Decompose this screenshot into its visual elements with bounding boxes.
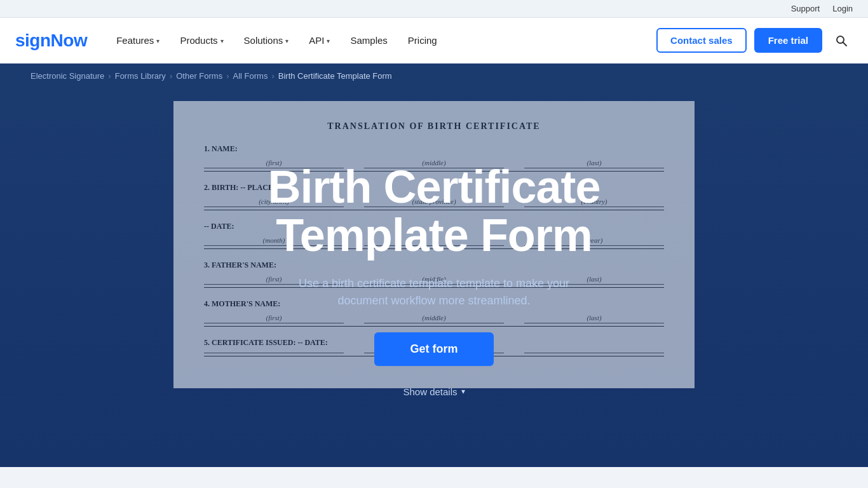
breadcrumb-sep: ›: [170, 71, 172, 81]
breadcrumb-other-forms[interactable]: Other Forms: [176, 71, 222, 81]
nav-items: Features ▾ Products ▾ Solutions ▾ API ▾ …: [107, 30, 656, 51]
chevron-down-icon: ▾: [220, 37, 224, 44]
hero-section: TRANSLATION OF BIRTH CERTIFICATE 1. NAME…: [0, 88, 868, 467]
breadcrumb-forms-library[interactable]: Forms Library: [115, 71, 166, 81]
nav-actions: Contact sales Free trial: [656, 28, 853, 53]
breadcrumb-sep: ›: [108, 71, 111, 81]
nav-item-products[interactable]: Products ▾: [171, 30, 232, 51]
hero-content: Birth Certificate Template Form Use a bi…: [193, 88, 675, 467]
main-nav: signNow Features ▾ Products ▾ Solutions …: [0, 18, 868, 64]
chevron-down-icon: ▾: [285, 37, 288, 44]
nav-item-solutions[interactable]: Solutions ▾: [235, 30, 298, 51]
hero-subtitle: Use a birth certificate template templat…: [275, 275, 593, 309]
logo[interactable]: signNow: [15, 30, 87, 51]
free-trial-button[interactable]: Free trial: [754, 28, 822, 53]
nav-item-api[interactable]: API ▾: [300, 30, 339, 51]
svg-line-1: [843, 42, 847, 46]
breadcrumb-electronic-signature[interactable]: Electronic Signature: [31, 71, 104, 81]
search-button[interactable]: [830, 29, 853, 52]
top-bar: Support Login: [0, 0, 868, 18]
chevron-down-icon: ▾: [156, 37, 159, 44]
nav-item-samples[interactable]: Samples: [341, 30, 396, 51]
nav-item-pricing[interactable]: Pricing: [399, 30, 446, 51]
support-link[interactable]: Support: [791, 4, 820, 13]
contact-sales-button[interactable]: Contact sales: [656, 28, 747, 53]
breadcrumb-sep: ›: [271, 71, 274, 81]
show-details-label: Show details: [403, 386, 457, 397]
breadcrumb: Electronic Signature › Forms Library › O…: [0, 64, 868, 88]
show-details-button[interactable]: Show details ▾: [403, 386, 465, 397]
login-link[interactable]: Login: [832, 4, 853, 13]
breadcrumb-sep: ›: [226, 71, 229, 81]
chevron-down-icon: ▾: [327, 37, 330, 44]
logo-text: signNow: [15, 30, 87, 51]
search-icon: [835, 34, 848, 47]
get-form-button[interactable]: Get form: [374, 332, 493, 366]
chevron-down-icon: ▾: [461, 387, 465, 396]
breadcrumb-current: Birth Certificate Template Form: [278, 71, 392, 81]
nav-item-features[interactable]: Features ▾: [107, 30, 168, 51]
hero-title: Birth Certificate Template Form: [218, 163, 650, 259]
breadcrumb-all-forms[interactable]: All Forms: [233, 71, 268, 81]
